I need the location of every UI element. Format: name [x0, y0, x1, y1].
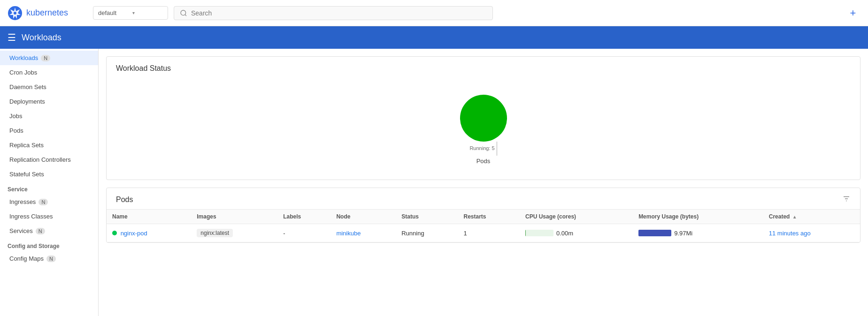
sidebar-item-replica-sets[interactable]: Replica Sets [0, 138, 98, 152]
sidebar-item-label: Config Maps [9, 255, 44, 262]
workload-status-title: Workload Status [107, 57, 860, 76]
workload-status-card: Workload Status Running: 5 Pods [106, 56, 860, 180]
sidebar-item-jobs[interactable]: Jobs [0, 109, 98, 123]
sidebar: Workloads N Cron Jobs Daemon Sets Deploy… [0, 49, 99, 316]
topbar-right: + [845, 6, 860, 21]
sidebar-item-label: Cron Jobs [9, 69, 37, 76]
pods-table-head: Name Images Labels Node Status Restarts … [107, 210, 860, 224]
config-section-header: Config and Storage [0, 238, 98, 251]
chart-container: Running: 5 Pods [116, 95, 851, 168]
sidebar-item-config-maps[interactable]: Config Maps N [0, 251, 98, 266]
sort-icon: ▲ [792, 214, 797, 219]
config-maps-badge: N [46, 256, 56, 262]
pods-table: Name Images Labels Node Status Restarts … [107, 210, 860, 242]
sidebar-item-label: Replication Controllers [9, 156, 71, 163]
pods-table-title: Pods [116, 196, 133, 204]
pod-status-cell: Running [396, 224, 458, 242]
sidebar-item-label: Jobs [9, 113, 22, 120]
sidebar-item-label: Services [9, 227, 33, 234]
sidebar-item-label: Workloads [9, 54, 38, 61]
pod-created-cell: 11 minutes ago [763, 224, 860, 242]
section-bar: ☰ Workloads [0, 26, 868, 49]
sidebar-item-replication-controllers[interactable]: Replication Controllers [0, 152, 98, 167]
cpu-bar-wrap: 0.00m [525, 230, 627, 237]
col-status: Status [396, 210, 458, 224]
cpu-value: 0.00m [556, 230, 573, 237]
search-bar[interactable] [174, 6, 493, 20]
sidebar-item-label: Deployments [9, 98, 45, 105]
cpu-bar [525, 230, 553, 236]
services-badge: N [36, 228, 45, 234]
node-link[interactable]: minikube [336, 230, 361, 237]
filter-icon[interactable] [842, 195, 851, 204]
pod-labels-cell: - [277, 224, 330, 242]
running-line-group: Running: 5 [469, 142, 497, 156]
pod-connector-line [497, 142, 497, 156]
pods-circle [460, 95, 507, 142]
sidebar-item-daemon-sets[interactable]: Daemon Sets [0, 80, 98, 94]
service-section-header: Service [0, 181, 98, 195]
svg-point-1 [14, 12, 16, 15]
pods-section: Pods Name Images Labels Node S [106, 188, 860, 243]
sidebar-item-label: Daemon Sets [9, 83, 46, 90]
pods-table-header-row: Name Images Labels Node Status Restarts … [107, 210, 860, 224]
sidebar-item-services[interactable]: Services N [0, 224, 98, 238]
pods-table-body: nginx-pod nginx:latest - minikube Runnin… [107, 224, 860, 242]
workloads-badge: N [41, 55, 50, 61]
add-button[interactable]: + [845, 6, 860, 21]
sidebar-item-ingresses[interactable]: Ingresses N [0, 195, 98, 209]
sidebar-item-label: Stateful Sets [9, 171, 44, 178]
pod-images-cell: nginx:latest [191, 224, 277, 242]
pod-memory-cell: 9.97Mi [633, 224, 763, 242]
col-name: Name [107, 210, 191, 224]
search-input[interactable] [191, 9, 487, 17]
pod-restarts-cell: 1 [458, 224, 520, 242]
status-dot [112, 231, 117, 235]
namespace-selector[interactable]: default ▾ [93, 6, 168, 20]
section-title: Workloads [22, 33, 61, 43]
pods-table-wrap: Name Images Labels Node Status Restarts … [107, 210, 860, 242]
col-images: Images [191, 210, 277, 224]
sidebar-item-label: Ingresses [9, 198, 36, 205]
sidebar-item-deployments[interactable]: Deployments [0, 94, 98, 109]
pods-chart-label: Pods [476, 158, 491, 165]
kubernetes-logo-icon [8, 6, 23, 21]
sidebar-item-stateful-sets[interactable]: Stateful Sets [0, 167, 98, 181]
main-content: Workload Status Running: 5 Pods Pod [99, 49, 868, 316]
table-row: nginx-pod nginx:latest - minikube Runnin… [107, 224, 860, 242]
pod-name-cell: nginx-pod [107, 224, 191, 242]
col-node: Node [330, 210, 396, 224]
chart-area: Running: 5 Pods [107, 76, 860, 180]
col-labels: Labels [277, 210, 330, 224]
namespace-value: default [98, 9, 129, 16]
search-icon [180, 9, 187, 17]
pod-cpu-cell: 0.00m [520, 224, 633, 242]
hamburger-icon[interactable]: ☰ [8, 32, 16, 43]
memory-value: 9.97Mi [674, 230, 692, 237]
sidebar-item-label: Ingress Classes [9, 213, 53, 220]
sidebar-item-workloads[interactable]: Workloads N [0, 51, 98, 65]
logo-text: kubernetes [26, 8, 68, 18]
chevron-down-icon: ▾ [132, 10, 163, 15]
image-tag: nginx:latest [197, 229, 233, 237]
pod-name-link[interactable]: nginx-pod [121, 230, 147, 237]
pods-header: Pods [107, 188, 860, 210]
sidebar-item-cron-jobs[interactable]: Cron Jobs [0, 65, 98, 80]
svg-point-2 [181, 10, 186, 15]
topbar: kubernetes default ▾ + [0, 0, 868, 26]
sidebar-item-label: Pods [9, 127, 23, 134]
running-label: Running: 5 [469, 145, 494, 151]
layout: Workloads N Cron Jobs Daemon Sets Deploy… [0, 49, 868, 316]
sidebar-item-label: Replica Sets [9, 142, 44, 149]
pod-node-cell: minikube [330, 224, 396, 242]
svg-line-3 [185, 15, 186, 16]
col-created: Created ▲ [763, 210, 860, 224]
ingresses-badge: N [38, 199, 48, 205]
created-link[interactable]: 11 minutes ago [769, 230, 811, 237]
logo-area: kubernetes [8, 6, 87, 21]
mem-bar [638, 230, 671, 236]
sidebar-item-pods[interactable]: Pods [0, 123, 98, 138]
col-memory: Memory Usage (bytes) [633, 210, 763, 224]
pod-chart-group: Running: 5 Pods [460, 95, 507, 165]
sidebar-item-ingress-classes[interactable]: Ingress Classes [0, 209, 98, 224]
